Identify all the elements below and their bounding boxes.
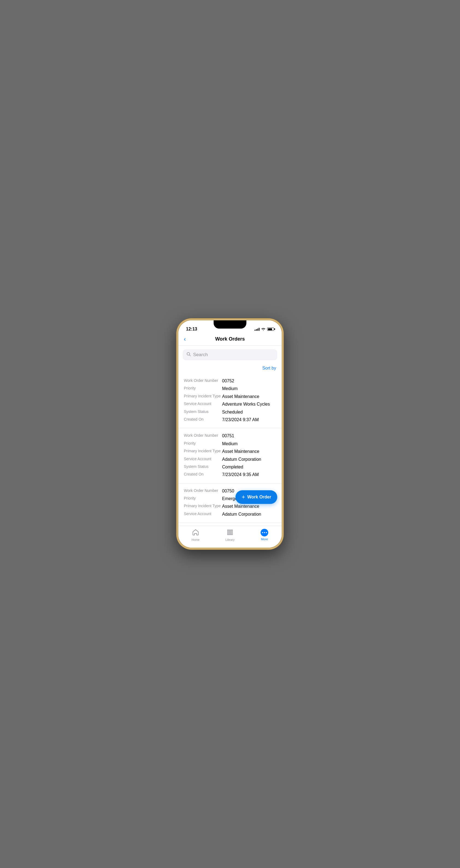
sort-row: Sort by <box>178 364 282 373</box>
main-content[interactable]: Search Sort by Work Order Number 00752 P… <box>178 345 282 526</box>
status-icons <box>254 328 274 331</box>
field-value-incident-type-3: Asset Maintenance <box>222 503 259 509</box>
svg-rect-3 <box>229 530 231 535</box>
page-title: Work Orders <box>215 336 245 342</box>
page-header: ‹ Work Orders <box>178 334 282 345</box>
wifi-icon <box>261 328 266 331</box>
field-value-service-account-2: Adatum Corporation <box>222 456 261 462</box>
work-order-row: Service Account Adatum Corporation <box>184 510 276 518</box>
nav-label-more: More <box>261 537 268 541</box>
nav-item-home[interactable]: Home <box>178 529 213 541</box>
work-order-row: System Status Completed <box>184 463 276 471</box>
create-work-order-fab[interactable]: + Work Order <box>236 490 277 504</box>
work-order-row: System Status Scheduled <box>184 408 276 416</box>
fab-plus-icon: + <box>242 494 245 500</box>
sort-button[interactable]: Sort by <box>262 366 276 371</box>
field-label-incident-type-2: Primary Incident Type <box>184 448 222 455</box>
field-value-incident-type-1: Asset Maintenance <box>222 394 259 400</box>
battery-icon <box>267 328 274 331</box>
svg-rect-4 <box>232 530 233 535</box>
work-order-row: Work Order Number 00751 <box>184 432 276 440</box>
field-value-incident-type-2: Asset Maintenance <box>222 448 259 455</box>
work-order-row: Primary Incident Type Asset Maintenance <box>184 448 276 455</box>
field-label-priority-2: Priority <box>184 441 222 447</box>
field-value-wo-number-3: 00750 <box>222 488 234 494</box>
field-value-system-status-2: Completed <box>222 464 243 470</box>
field-value-system-status-1: Scheduled <box>222 409 243 415</box>
nav-item-more[interactable]: More <box>247 529 282 541</box>
field-label-wo-number-2: Work Order Number <box>184 433 222 439</box>
more-icon <box>260 529 268 536</box>
work-order-row: Service Account Adventure Works Cycles <box>184 400 276 408</box>
field-label-system-status-2: System Status <box>184 464 222 470</box>
field-label-wo-number-3: Work Order Number <box>184 488 222 494</box>
phone-screen: 12:13 ‹ Work Orders <box>178 320 282 548</box>
work-order-card-751[interactable]: Work Order Number 00751 Priority Medium … <box>178 428 282 483</box>
svg-rect-2 <box>227 530 228 535</box>
bottom-nav: Home Library <box>178 526 282 548</box>
signal-icon <box>254 328 259 331</box>
nav-item-library[interactable]: Library <box>213 529 247 541</box>
field-label-service-account-2: Service Account <box>184 456 222 462</box>
work-order-row: Primary Incident Type Asset Maintenance <box>184 393 276 400</box>
work-order-row: Priority Medium <box>184 385 276 393</box>
field-label-system-status-1: System Status <box>184 409 222 415</box>
fab-label: Work Order <box>247 495 271 500</box>
field-label-service-account-1: Service Account <box>184 401 222 407</box>
back-button[interactable]: ‹ <box>184 336 186 342</box>
field-value-priority-1: Medium <box>222 386 238 392</box>
field-label-incident-type-3: Primary Incident Type <box>184 503 222 509</box>
notch <box>214 320 246 329</box>
home-icon <box>192 529 199 537</box>
nav-label-home: Home <box>191 538 200 541</box>
search-icon <box>187 352 191 358</box>
field-label-wo-number-1: Work Order Number <box>184 378 222 384</box>
field-value-service-account-1: Adventure Works Cycles <box>222 401 270 407</box>
field-value-wo-number-1: 00752 <box>222 378 234 384</box>
work-order-row: Work Order Number 00752 <box>184 377 276 385</box>
work-order-card-752[interactable]: Work Order Number 00752 Priority Medium … <box>178 373 282 428</box>
field-label-created-on-1: Created On <box>184 417 222 423</box>
field-label-priority-3: Priority <box>184 496 222 502</box>
field-value-priority-2: Medium <box>222 441 238 447</box>
search-input[interactable]: Search <box>193 352 208 358</box>
field-label-created-on-2: Created On <box>184 472 222 478</box>
work-order-row: Created On 7/23/2024 9:35 AM <box>184 471 276 478</box>
nav-label-library: Library <box>225 538 235 541</box>
field-label-incident-type-1: Primary Incident Type <box>184 394 222 400</box>
work-order-row: Created On 7/23/2024 9:37 AM <box>184 416 276 424</box>
library-icon <box>226 529 234 537</box>
field-label-service-account-3: Service Account <box>184 511 222 517</box>
search-container: Search <box>178 345 282 364</box>
search-bar[interactable]: Search <box>183 349 277 360</box>
status-time: 12:13 <box>186 327 197 332</box>
work-order-row: Priority Medium <box>184 440 276 448</box>
work-order-row: Service Account Adatum Corporation <box>184 456 276 463</box>
svg-line-1 <box>190 355 191 356</box>
field-value-service-account-3: Adatum Corporation <box>222 511 261 517</box>
phone-frame: 12:13 ‹ Work Orders <box>177 319 283 549</box>
field-value-wo-number-2: 00751 <box>222 433 234 439</box>
field-value-created-on-1: 7/23/2024 9:37 AM <box>222 417 259 423</box>
field-label-priority-1: Priority <box>184 386 222 392</box>
field-value-created-on-2: 7/23/2024 9:35 AM <box>222 472 259 478</box>
